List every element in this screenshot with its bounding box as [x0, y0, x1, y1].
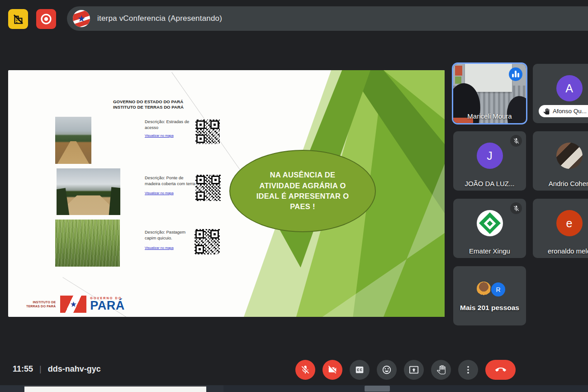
- para-label: PARÁ: [90, 300, 125, 312]
- map-link: Visualizar no mapa: [145, 191, 174, 195]
- overflow-count-label: Mais 201 pessoas: [453, 304, 526, 312]
- avatar-initial: e: [566, 217, 573, 230]
- slide-org-header: GOVERNO DO ESTADO DO PARÁ INSTITUTO DE T…: [113, 99, 184, 110]
- presentation-slide: GOVERNO DO ESTADO DO PARÁ INSTITUTO DE T…: [8, 70, 445, 317]
- hand-raised-pill: Afonso Qu...: [539, 105, 588, 117]
- qr-code: [195, 120, 220, 144]
- estradas-de-acesso-photo: [55, 117, 91, 164]
- tab-title: iterpa vConferencia (Apresentando): [97, 14, 222, 23]
- clock-time: 11:55: [13, 364, 33, 374]
- participant-name: Andrio Cohen: [533, 180, 588, 187]
- avatar: A: [556, 75, 583, 101]
- participant-name: Emater Xingu: [453, 247, 526, 255]
- avatar: J: [477, 143, 503, 169]
- map-link: Visualizar no mapa: [145, 134, 174, 138]
- qr-code: [195, 175, 221, 201]
- call-controls: [295, 360, 516, 380]
- avatar-initial: J: [487, 149, 493, 163]
- end-call-icon: [495, 364, 506, 375]
- pastagem-photo: [55, 220, 120, 267]
- slide-footer: INSTITUTO DE TERRAS DO PARÁ ★ GOVERNO DO…: [26, 294, 125, 315]
- avatar-initial: A: [565, 82, 573, 95]
- reactions-button[interactable]: [377, 360, 397, 380]
- divider: |: [39, 364, 42, 374]
- overflow-avatar-initial: R: [490, 282, 506, 297]
- end-call-button[interactable]: [485, 360, 516, 380]
- reactions-icon: [382, 365, 392, 375]
- presentation-off-icon: [12, 13, 24, 25]
- taskbar-window-sliver: [24, 386, 206, 392]
- more-options-button[interactable]: [458, 360, 478, 380]
- google-meet-window: ★ iterpa vConferencia (Apresentando) GOV…: [0, 0, 588, 392]
- record-badge[interactable]: [36, 9, 56, 29]
- mic-off-button[interactable]: [295, 360, 315, 380]
- avatar: e: [556, 210, 583, 236]
- presentation-off-badge[interactable]: [8, 9, 28, 29]
- raise-hand-icon: [436, 365, 446, 375]
- mic-off-icon: [510, 202, 522, 214]
- item-description: Descrição: Pastagem capim quicuio.: [145, 229, 190, 241]
- ponte-de-madeira-photo: [57, 168, 120, 215]
- captions-button[interactable]: [350, 360, 370, 380]
- participant-tile-eronaldo[interactable]: e eronaldo melo: [533, 199, 588, 258]
- participant-tile-mariceli[interactable]: Mariceli Moura: [453, 64, 526, 123]
- callout-line: PAES !: [290, 201, 315, 212]
- participant-tile-joao[interactable]: J JOÃO DA LUZ...: [453, 131, 526, 191]
- item-description: Descrição: Estradas de acesso: [145, 119, 194, 131]
- more-options-icon: [463, 365, 473, 375]
- tab-pill[interactable]: ★ iterpa vConferencia (Apresentando): [67, 6, 588, 31]
- scrollbar-thumb[interactable]: [365, 386, 390, 392]
- participants-panel: Mariceli Moura A Afonso Qu... J JOÃO DA …: [453, 64, 588, 326]
- callout-line: NA AUSÊNCIA DE: [270, 170, 335, 180]
- camera-off-button[interactable]: [322, 360, 342, 380]
- participant-name: Mariceli Moura: [453, 112, 526, 120]
- emater-logo-icon: [477, 210, 503, 236]
- record-icon: [39, 12, 53, 26]
- instituto-terras-label: INSTITUTO DE TERRAS DO PARÁ: [26, 300, 56, 309]
- present-icon: [409, 365, 419, 375]
- participant-tile-overflow[interactable]: R Mais 201 pessoas: [453, 266, 526, 325]
- org-line-2: INSTITUTO DE TERRAS DO PARÁ: [113, 105, 184, 110]
- raise-hand-button[interactable]: [431, 360, 451, 380]
- hand-raised-icon: [543, 108, 550, 115]
- camera-off-icon: [327, 365, 337, 375]
- participant-tile-emater[interactable]: Emater Xingu: [453, 199, 526, 258]
- callout-line: ATIVIDADE AGRÁRIA O: [259, 181, 346, 191]
- audio-playing-icon: [509, 67, 522, 81]
- qr-code: [194, 229, 220, 254]
- participant-tile-afonso[interactable]: A Afonso Qu...: [533, 64, 588, 123]
- captions-icon: [355, 365, 365, 375]
- participant-name: JOÃO DA LUZ...: [453, 180, 526, 187]
- org-line-1: GOVERNO DO ESTADO DO PARÁ: [113, 99, 184, 105]
- taskbar-sliver: [0, 385, 588, 392]
- participant-tile-andrio[interactable]: Andrio Cohen: [533, 131, 588, 191]
- overflow-avatar-photo: [477, 282, 491, 296]
- participant-name: eronaldo melo: [533, 247, 588, 255]
- mic-off-icon: [300, 365, 310, 375]
- avatar-photo: [556, 143, 583, 169]
- participant-name: Afonso Qu...: [553, 108, 587, 115]
- iterpa-logo-icon: ★: [73, 10, 90, 27]
- item-description: Descrição: Ponte de madeira coberta com …: [145, 175, 199, 187]
- map-link: Visualizar no mapa: [145, 246, 174, 250]
- present-button[interactable]: [404, 360, 424, 380]
- callout-line: IDEAL É APRESENTAR O: [256, 191, 349, 201]
- meeting-code: dds-nahv-gyc: [48, 364, 101, 374]
- bottom-meta: 11:55 | dds-nahv-gyc: [13, 364, 101, 374]
- callout-ellipse: NA AUSÊNCIA DE ATIVIDADE AGRÁRIA O IDEAL…: [229, 150, 376, 232]
- mic-off-icon: [510, 135, 522, 147]
- para-flag-icon: ★: [60, 296, 86, 313]
- governo-do-para-logo: GOVERNO DO PARÁ: [90, 296, 125, 312]
